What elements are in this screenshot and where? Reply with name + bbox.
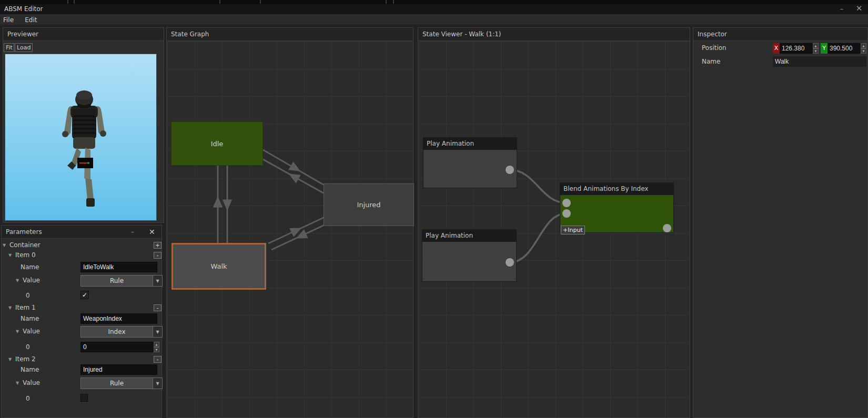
expander-icon[interactable]: ▼ <box>8 357 12 362</box>
tree-item-1[interactable]: ▼ Item 1 - <box>2 304 162 311</box>
y-stepper[interactable]: ▲▼ <box>861 43 866 54</box>
value-type-dropdown[interactable]: Rule <box>80 378 153 389</box>
position-x-input[interactable] <box>780 43 813 54</box>
minimize-icon: – <box>840 5 844 13</box>
minimize-button[interactable]: – <box>834 4 850 14</box>
index-number-input[interactable] <box>80 342 154 352</box>
name-row: Name <box>693 58 867 65</box>
rule-checkbox[interactable] <box>80 394 88 402</box>
position-row: Position X ▲▼ Y ▲▼ <box>693 44 867 52</box>
parameters-header[interactable]: Parameters – ✕ <box>2 226 162 239</box>
add-input-button[interactable]: +Input <box>561 226 585 235</box>
preview-viewport[interactable] <box>5 54 157 221</box>
name-input[interactable] <box>80 262 157 272</box>
background-strip <box>0 0 868 4</box>
param-bool-row: 0 <box>2 395 162 402</box>
output-socket[interactable] <box>663 224 671 232</box>
param-name-row: Name <box>2 263 162 271</box>
expander-icon[interactable]: ▼ <box>8 305 12 310</box>
spinner-up-icon: ▲ <box>813 43 819 48</box>
state-viewer-header: State Viewer - Walk (1:1) <box>418 28 690 41</box>
param-value-row: ▼ Value Rule ▼ <box>2 379 162 386</box>
tree-item-0[interactable]: ▼ Item 0 - <box>2 251 162 259</box>
state-node-injured[interactable]: Injured <box>324 183 414 226</box>
parameters-close-icon[interactable]: ✕ <box>149 226 155 238</box>
node-title: Play Animation <box>423 138 517 150</box>
expander-icon[interactable]: ▼ <box>8 253 12 258</box>
x-axis-badge: X <box>773 43 780 54</box>
previewer-panel: Previewer Fit Load <box>3 27 164 223</box>
state-graph-canvas[interactable]: Idle Injured Walk <box>167 42 412 417</box>
remove-item-button[interactable]: - <box>154 304 162 311</box>
menu-file[interactable]: File <box>0 15 19 24</box>
output-socket[interactable] <box>506 166 514 174</box>
state-viewer-panel: State Viewer - Walk (1:1) Play Animation… <box>418 27 690 418</box>
play-animation-node-1[interactable]: Play Animation <box>423 137 517 188</box>
input-socket[interactable] <box>562 209 571 218</box>
spinner-down-icon: ▼ <box>813 48 819 54</box>
state-name-input[interactable] <box>773 56 866 67</box>
inspector-panel: Inspector Position X ▲▼ Y ▲▼ Name <box>693 27 868 418</box>
node-title: Blend Animations By Index <box>560 183 673 195</box>
x-stepper[interactable]: ▲▼ <box>813 43 819 54</box>
state-graph-panel: State Graph <box>166 27 413 418</box>
param-bool-row: 0 ✓ <box>2 292 162 299</box>
state-node-idle[interactable]: Idle <box>171 121 263 166</box>
param-name-row: Name <box>2 315 162 322</box>
close-button[interactable]: ✕ <box>851 4 867 14</box>
param-index-row: 0 ▲▼ <box>2 343 162 351</box>
remove-item-button[interactable]: - <box>154 356 162 363</box>
menu-bar: File Edit <box>0 14 868 25</box>
fit-button[interactable]: Fit <box>4 43 14 52</box>
tree-item-container[interactable]: ▼ Container + <box>2 241 162 249</box>
node-title: Play Animation <box>422 230 516 242</box>
title-bar[interactable]: ABSM Editor – ✕ <box>0 4 868 14</box>
inspector-header: Inspector <box>693 28 867 41</box>
expander-icon[interactable]: ▼ <box>16 381 19 385</box>
absm-editor-window: ABSM Editor – ✕ File Edit Previewer Fit … <box>0 0 868 418</box>
expander-icon[interactable]: ▼ <box>16 329 19 334</box>
spinner-up-icon: ▲ <box>861 43 866 48</box>
transition-edges <box>167 42 413 418</box>
play-animation-node-2[interactable]: Play Animation <box>422 229 517 282</box>
state-graph-header: State Graph <box>167 28 413 41</box>
value-type-dropdown[interactable]: Rule <box>80 275 153 287</box>
parameters-window: Parameters – ✕ ▼ Container + ▼ Item 0 - … <box>1 225 162 418</box>
state-viewer-canvas[interactable]: Play Animation Play Animation Blend Anim… <box>419 42 689 417</box>
previewer-header: Previewer <box>3 28 164 41</box>
name-input[interactable] <box>80 364 157 375</box>
value-type-dropdown[interactable]: Index <box>80 326 153 338</box>
spinner-up-icon: ▲ <box>154 342 159 347</box>
name-input[interactable] <box>80 313 157 324</box>
param-value-row: ▼ Value Index ▼ <box>2 328 162 335</box>
load-button[interactable]: Load <box>15 43 33 52</box>
blend-animations-node[interactable]: Blend Animations By Index +Input <box>560 182 674 233</box>
expander-icon[interactable]: ▼ <box>3 243 6 248</box>
soldier-model <box>5 54 157 221</box>
add-item-button[interactable]: + <box>154 242 162 249</box>
close-icon: ✕ <box>856 4 863 13</box>
tree-item-2[interactable]: ▼ Item 2 - <box>2 355 162 363</box>
chevron-down-icon[interactable]: ▼ <box>153 326 163 338</box>
output-socket[interactable] <box>506 258 514 267</box>
param-name-row: Name <box>2 366 162 373</box>
y-axis-badge: Y <box>821 43 827 54</box>
input-socket[interactable] <box>562 199 571 207</box>
chevron-down-icon[interactable]: ▼ <box>153 275 163 287</box>
checkmark-icon: ✓ <box>82 291 87 299</box>
chevron-down-icon[interactable]: ▼ <box>153 378 163 389</box>
position-y-input[interactable] <box>827 43 861 54</box>
window-title: ABSM Editor <box>4 5 43 13</box>
menu-edit[interactable]: Edit <box>22 15 42 24</box>
spinner-down-icon: ▼ <box>861 48 866 54</box>
expander-icon[interactable]: ▼ <box>16 278 19 283</box>
spinner-down-icon: ▼ <box>154 347 159 352</box>
rule-checkbox[interactable]: ✓ <box>80 291 89 299</box>
number-stepper[interactable]: ▲▼ <box>154 342 159 353</box>
parameters-minimize-icon[interactable]: – <box>131 226 134 238</box>
state-node-walk[interactable]: Walk <box>171 243 266 290</box>
remove-item-button[interactable]: - <box>154 252 162 259</box>
param-value-row: ▼ Value Rule ▼ <box>2 277 162 284</box>
